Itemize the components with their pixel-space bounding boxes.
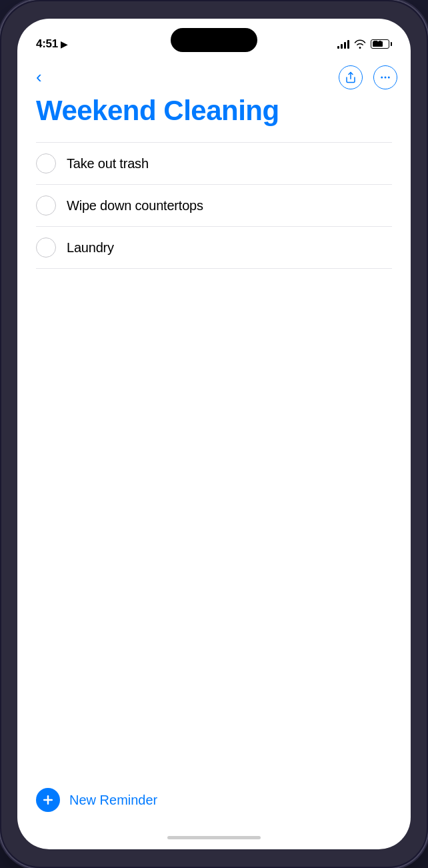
- home-bar: [167, 836, 261, 839]
- nav-bar: ‹: [17, 59, 411, 95]
- content-area: Weekend Cleaning Take out trash Wipe dow…: [17, 95, 411, 777]
- share-button[interactable]: [339, 65, 363, 89]
- nav-actions: [339, 65, 397, 89]
- battery-icon: 70: [371, 39, 392, 49]
- new-reminder-label[interactable]: New Reminder: [69, 793, 157, 808]
- screen: 4:51 ▶: [17, 19, 411, 849]
- status-icons: 70: [337, 39, 392, 49]
- wifi-icon: [354, 39, 366, 49]
- reminder-checkbox[interactable]: [36, 238, 56, 258]
- list-item[interactable]: Take out trash: [36, 142, 392, 185]
- page-title: Weekend Cleaning: [36, 95, 392, 126]
- reminder-checkbox[interactable]: [36, 195, 56, 215]
- reminder-checkbox[interactable]: [36, 153, 56, 173]
- reminder-text: Wipe down countertops: [67, 198, 203, 213]
- plus-icon: [41, 793, 55, 807]
- list-item[interactable]: Wipe down countertops: [36, 185, 392, 227]
- list-item[interactable]: Laundry: [36, 227, 392, 269]
- ellipsis-icon: [379, 71, 391, 83]
- svg-point-2: [385, 76, 387, 78]
- signal-bars-icon: [337, 39, 349, 49]
- add-reminder-button[interactable]: [36, 788, 60, 812]
- home-indicator: [17, 825, 411, 849]
- reminder-list: Take out trash Wipe down countertops Lau…: [36, 142, 392, 269]
- location-arrow-icon: ▶: [61, 39, 68, 49]
- reminder-text: Take out trash: [67, 156, 149, 171]
- back-button[interactable]: ‹: [31, 64, 47, 90]
- dynamic-island: [171, 28, 257, 52]
- status-time: 4:51: [36, 37, 58, 51]
- svg-point-1: [381, 76, 383, 78]
- share-icon: [345, 71, 357, 83]
- more-button[interactable]: [373, 65, 397, 89]
- svg-point-3: [388, 76, 390, 78]
- bottom-bar: New Reminder: [17, 777, 411, 825]
- reminder-text: Laundry: [67, 240, 114, 256]
- phone-frame: 4:51 ▶: [0, 0, 428, 868]
- battery-level: 70: [373, 40, 382, 48]
